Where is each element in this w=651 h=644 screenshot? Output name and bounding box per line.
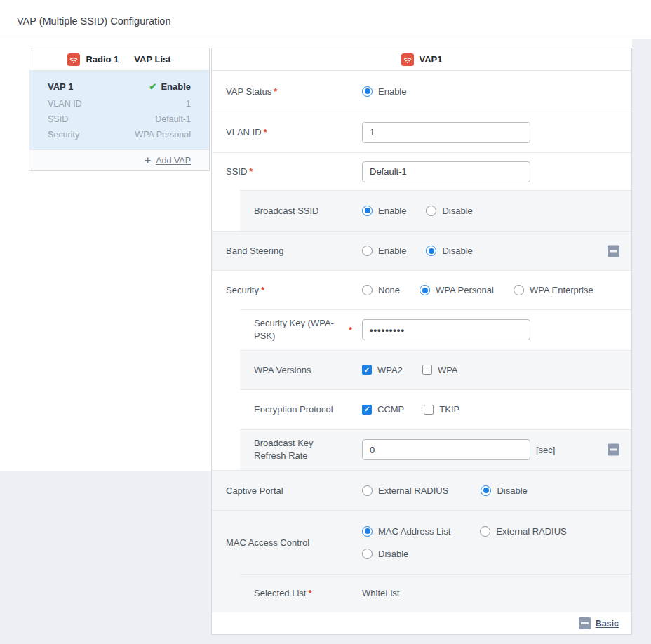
status-label: Enable [161, 81, 191, 92]
ssid-input[interactable] [362, 161, 530, 182]
form-row-encryption-protocol: Encryption Protocol CCMP TKIP [212, 389, 631, 429]
broadcast-key-refresh-input[interactable] [362, 439, 530, 460]
ssid-control [362, 161, 631, 182]
wpa-versions-options: WPA2 WPA [362, 365, 631, 375]
radio-mac-disable[interactable]: Disable [362, 549, 408, 559]
option-label: External RADIUS [378, 485, 448, 496]
vap-card-field-security: Security WPA Personal [48, 130, 191, 140]
checkbox-icon [422, 365, 432, 375]
row-label: Broadcast Key Refresh Rate [254, 437, 344, 462]
option-label: Disable [442, 246, 472, 256]
required-asterisk: * [308, 588, 311, 598]
radio-security-wpa-enterprise[interactable]: WPA Enterprise [514, 285, 593, 295]
option-label: WPA Enterprise [530, 285, 593, 295]
required-asterisk: * [261, 285, 264, 295]
title-divider [0, 39, 651, 39]
row-label-cell: SSID * [212, 166, 362, 177]
vlan-id-input[interactable] [362, 122, 530, 143]
row-label: MAC Access Control [226, 537, 309, 548]
option-label: Enable [378, 246, 406, 256]
row-label: VLAN ID [226, 127, 262, 137]
wifi-icon [401, 53, 414, 66]
form-row-broadcast-key-refresh: Broadcast Key Refresh Rate [sec] [212, 429, 631, 470]
required-asterisk: * [249, 166, 253, 177]
row-label-cell: Broadcast SSID [212, 206, 362, 216]
form-row-band-steering: Band Steering Enable Disable [212, 231, 631, 270]
option-label: MAC Address List [378, 526, 450, 537]
vap-card-field-vlan: VLAN ID 1 [48, 99, 191, 109]
radio-icon [426, 206, 436, 216]
radio-mac-address-list[interactable]: MAC Address List [362, 526, 450, 537]
radio-security-none[interactable]: None [362, 285, 400, 295]
field-label: VLAN ID [48, 99, 82, 109]
radio-captive-portal-disable[interactable]: Disable [481, 485, 527, 496]
option-label: Enable [378, 86, 406, 97]
required-asterisk: * [274, 86, 277, 97]
row-label: Band Steering [226, 246, 283, 256]
form-footer: Basic [212, 612, 631, 634]
vap-list-item-vap1[interactable]: VAP 1 Enable VLAN ID 1 SSID Default-1 Se… [29, 71, 209, 149]
row-label-cell: Security * [212, 285, 362, 295]
radio-broadcast-ssid-enable[interactable]: Enable [362, 206, 406, 216]
row-label: Security [226, 285, 259, 295]
row-label-cell: MAC Access Control [212, 537, 362, 548]
checkbox-wpa2[interactable]: WPA2 [362, 365, 403, 375]
row-label-cell: Selected List * [212, 588, 362, 598]
row-label: WPA Versions [254, 365, 311, 375]
field-value: WPA Personal [135, 130, 191, 140]
vap-list-title: VAP List [134, 54, 170, 65]
form-row-ssid: SSID * [212, 152, 631, 190]
radio-checked-icon [426, 246, 436, 256]
option-label: WPA Personal [436, 285, 494, 295]
security-options: None WPA Personal WPA Enterprise [362, 285, 631, 295]
row-label-cell: VAP Status * [212, 86, 362, 97]
radio-captive-portal-external-radius[interactable]: External RADIUS [362, 485, 448, 496]
field-label: Security [48, 130, 79, 140]
mac-access-control-options: MAC Address List External RADIUS Disable [362, 526, 631, 559]
row-label-cell: VLAN ID * [212, 127, 362, 137]
radio-icon [362, 246, 373, 256]
security-key-input[interactable] [362, 319, 530, 340]
add-vap-link[interactable]: Add VAP [156, 156, 191, 166]
radio-security-wpa-personal[interactable]: WPA Personal [420, 285, 494, 295]
form-row-broadcast-ssid: Broadcast SSID Enable Disable [212, 190, 631, 231]
add-vap-row: Add VAP [29, 149, 209, 170]
form-row-vlan-id: VLAN ID * [212, 112, 631, 152]
row-label: Selected List [254, 588, 306, 598]
radio-checked-icon [362, 526, 373, 537]
checkbox-ccmp[interactable]: CCMP [362, 404, 404, 415]
form-row-wpa-versions: WPA Versions WPA2 WPA [212, 350, 631, 389]
vap-form-panel: VAP1 VAP Status * Enable VLAN ID * SSID … [211, 48, 632, 635]
row-label: VAP Status [226, 86, 271, 97]
broadcast-key-refresh-control: [sec] [362, 439, 631, 460]
vap-form-header: VAP1 [212, 48, 631, 71]
radio-checked-icon [481, 485, 491, 496]
row-label: Broadcast SSID [254, 206, 319, 216]
form-row-security-key: Security Key (WPA-PSK) * [212, 309, 631, 350]
checkbox-tkip[interactable]: TKIP [424, 404, 459, 415]
option-label: Enable [378, 206, 406, 216]
field-value: Default-1 [155, 114, 191, 124]
radio-vap-status-enable[interactable]: Enable [362, 86, 406, 97]
checkbox-checked-icon [362, 405, 372, 415]
required-asterisk: * [349, 325, 352, 335]
radio-band-steering-disable[interactable]: Disable [426, 246, 472, 256]
checkbox-wpa[interactable]: WPA [422, 365, 458, 375]
basic-minus-icon[interactable] [579, 617, 591, 629]
radio-band-steering-enable[interactable]: Enable [362, 246, 406, 256]
vap-form-title: VAP1 [420, 54, 443, 65]
vap-card-field-ssid: SSID Default-1 [48, 114, 191, 124]
form-row-security: Security * None WPA Personal WPA Enterpr… [212, 270, 631, 309]
form-row-selected-list: Selected List * WhiteList [212, 574, 631, 612]
radio-mac-external-radius[interactable]: External RADIUS [480, 526, 566, 537]
radio-broadcast-ssid-disable[interactable]: Disable [426, 206, 472, 216]
row-label: SSID [226, 166, 247, 177]
collapse-minus-icon[interactable] [608, 444, 619, 456]
row-label-cell: Security Key (WPA-PSK) * [212, 317, 362, 342]
row-label-cell: Captive Portal [212, 485, 362, 496]
band-steering-options: Enable Disable [362, 246, 631, 256]
required-asterisk: * [264, 127, 267, 137]
basic-link[interactable]: Basic [596, 619, 619, 629]
collapse-minus-icon[interactable] [608, 245, 619, 257]
form-row-mac-access-control: MAC Access Control MAC Address List Exte… [212, 510, 631, 574]
